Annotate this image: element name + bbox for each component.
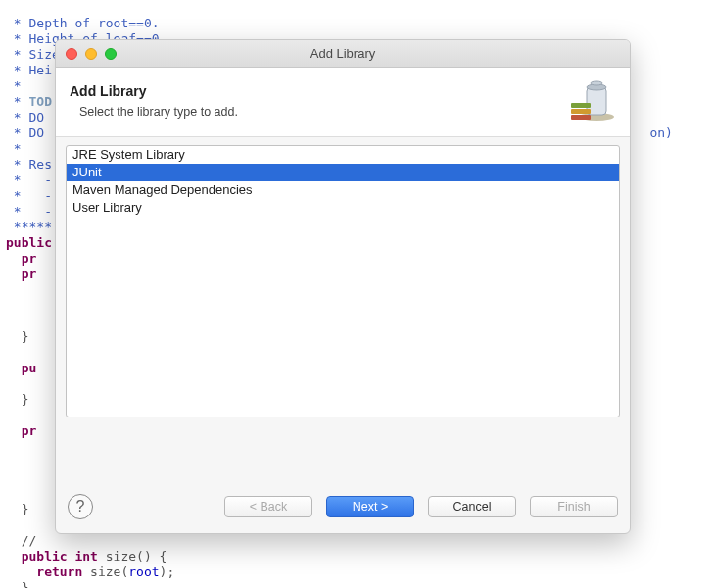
maximize-icon[interactable]	[105, 48, 117, 60]
help-icon: ?	[76, 498, 85, 515]
titlebar[interactable]: Add Library	[56, 40, 630, 68]
window-title: Add Library	[56, 46, 630, 61]
svg-rect-4	[571, 103, 591, 108]
close-icon[interactable]	[66, 48, 77, 60]
library-jar-icon	[563, 75, 616, 126]
svg-rect-6	[571, 115, 591, 120]
list-item[interactable]: User Library	[67, 199, 619, 217]
dialog-heading: Add Library	[70, 83, 551, 99]
help-button[interactable]: ?	[68, 494, 93, 519]
button-bar: ? < Back Next > Cancel Finish	[56, 484, 630, 533]
svg-point-3	[591, 81, 602, 85]
cancel-button[interactable]: Cancel	[428, 496, 516, 517]
finish-button[interactable]: Finish	[530, 496, 618, 517]
next-button[interactable]: Next >	[326, 496, 414, 517]
header-text: Add Library Select the library type to a…	[70, 83, 551, 119]
dialog-content: JRE System Library JUnit Maven Managed D…	[56, 137, 630, 484]
list-item[interactable]: JUnit	[67, 164, 619, 181]
window-controls	[66, 48, 117, 60]
dialog-header: Add Library Select the library type to a…	[56, 68, 630, 137]
dialog-subtitle: Select the library type to add.	[70, 105, 551, 119]
library-type-list[interactable]: JRE System Library JUnit Maven Managed D…	[66, 145, 620, 417]
add-library-dialog: Add Library Add Library Select the libra…	[55, 39, 631, 534]
list-item[interactable]: JRE System Library	[67, 146, 619, 164]
back-button[interactable]: < Back	[224, 496, 312, 517]
minimize-icon[interactable]	[85, 48, 97, 60]
svg-rect-5	[571, 109, 591, 114]
list-item[interactable]: Maven Managed Dependencies	[67, 181, 619, 199]
